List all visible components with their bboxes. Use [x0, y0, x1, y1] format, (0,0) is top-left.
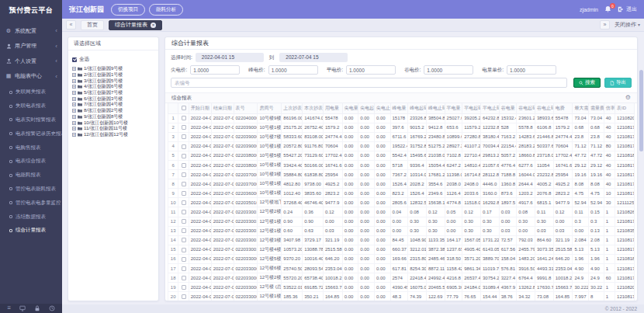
row-checkbox[interactable]: [182, 285, 186, 290]
expand-icon[interactable]: +: [72, 127, 76, 130]
table-cell: 0.00: [358, 254, 375, 263]
monitor-icon[interactable]: [19, 305, 26, 311]
tree-node[interactable]: +4/张江创新园6号楼: [72, 84, 154, 90]
tree-node[interactable]: +1/张江创新园9号楼: [72, 66, 154, 72]
expand-icon[interactable]: +: [72, 121, 76, 125]
row-checkbox[interactable]: [182, 191, 186, 196]
switch-project-button[interactable]: 切换项目: [111, 4, 145, 16]
expand-icon[interactable]: +: [72, 97, 76, 101]
sidebar-subitem[interactable]: 失联电表报表: [0, 99, 62, 113]
table-cell: 1: [604, 292, 615, 301]
tree-node[interactable]: +9/张江创新园8号楼: [72, 114, 154, 120]
tree-node[interactable]: +10/张江创新园10号楼: [72, 120, 154, 126]
table-cell: 1526.4: [408, 189, 427, 198]
sidebar-subitem[interactable]: 电购售报表: [0, 141, 62, 155]
date-from-input[interactable]: 2022-04-01 15: [196, 53, 264, 62]
row-checkbox[interactable]: [182, 248, 186, 252]
tab-home[interactable]: 首页: [81, 20, 104, 30]
price-input[interactable]: [190, 65, 240, 75]
sidebar-subitem[interactable]: 电表报警记录历史报表: [0, 127, 62, 141]
select-all-checkbox[interactable]: [72, 57, 77, 62]
chevron-down-icon: ▾: [638, 23, 640, 27]
sidebar-subitem[interactable]: 综合计量报表: [0, 224, 62, 238]
sidebar-item-1[interactable]: 用户管理‹: [0, 39, 62, 54]
row-checkbox[interactable]: [182, 210, 186, 214]
expand-icon[interactable]: +: [72, 91, 76, 95]
expand-icon[interactable]: +: [72, 133, 76, 137]
sidebar-subitem[interactable]: 冻结数据报表: [0, 210, 62, 224]
price-input[interactable]: [346, 65, 396, 75]
table-cell: 1897.5: [499, 198, 517, 207]
column-header: 谷电止码: [535, 103, 554, 113]
vertical-scrollbar[interactable]: [639, 70, 643, 151]
row-checkbox[interactable]: [182, 228, 186, 233]
clock-icon[interactable]: [49, 305, 55, 311]
tree-node[interactable]: +2/张江创新园1号楼: [72, 72, 154, 78]
table-cell: 2.084: [573, 235, 589, 245]
column-header: 表号: [234, 103, 258, 113]
row-checkbox[interactable]: [182, 134, 186, 139]
tree-node[interactable]: +8/张江创新园2号楼: [72, 108, 154, 114]
row-checkbox[interactable]: [182, 257, 186, 262]
tabs-scroll-left-button[interactable]: «: [66, 20, 76, 30]
sidebar-item-0[interactable]: ⚙系统配置‹: [0, 23, 62, 39]
hamburger-icon[interactable]: ≡: [7, 305, 11, 311]
tree-node-label: 7/张江创新园4号楼: [84, 102, 123, 108]
expand-icon[interactable]: +: [72, 115, 76, 119]
search-button[interactable]: 搜索: [573, 78, 601, 88]
row-checkbox[interactable]: [182, 144, 186, 149]
row-checkbox[interactable]: [182, 294, 186, 299]
tree-node-label: 11/张江创新园11号楼: [84, 126, 127, 132]
price-input[interactable]: [507, 65, 556, 75]
expand-icon[interactable]: +: [72, 73, 76, 77]
meter-number-input[interactable]: [171, 78, 567, 88]
row-checkbox[interactable]: [182, 276, 186, 280]
tabs-scroll-right-button[interactable]: »: [600, 20, 610, 30]
sidebar-item-2[interactable]: 个人设置‹: [0, 54, 62, 69]
gear-icon[interactable]: ⚙: [625, 95, 631, 101]
sidebar-item-3[interactable]: ▦电能表中心‹: [0, 69, 62, 85]
row-checkbox[interactable]: [182, 238, 186, 242]
select-all-row[interactable]: 全选: [72, 56, 154, 63]
sidebar-subitem[interactable]: 管控电表电参量监控: [0, 196, 62, 210]
sidebar-subitem[interactable]: 管控电表能耗报表: [0, 183, 62, 196]
tree-node[interactable]: +3/张江创新园5号楼: [72, 78, 154, 84]
row-checkbox[interactable]: [182, 163, 186, 168]
row-checkbox[interactable]: [182, 125, 186, 130]
lock-icon[interactable]: [34, 305, 40, 311]
column-header: 用电量: [323, 103, 342, 113]
close-tab-icon[interactable]: ×: [151, 23, 156, 28]
row-checkbox[interactable]: [182, 172, 186, 177]
sidebar-subitem[interactable]: 失联网关报表: [0, 85, 62, 99]
price-input[interactable]: [424, 65, 473, 75]
expand-icon[interactable]: +: [72, 67, 76, 71]
tree-node[interactable]: +6/张江创新园3号楼: [72, 96, 154, 102]
price-input[interactable]: [268, 65, 318, 75]
close-operations-dropdown[interactable]: 关闭操作 ▾: [615, 21, 640, 29]
notification-bell-icon[interactable]: 0: [604, 5, 611, 13]
date-to-input[interactable]: 2022-07-04 15: [279, 53, 348, 62]
row-checkbox[interactable]: [182, 182, 186, 186]
tree-node[interactable]: +5/张江创新园7号楼: [72, 90, 154, 96]
export-button[interactable]: 导出: [604, 78, 632, 88]
row-checkbox[interactable]: [182, 266, 186, 271]
row-checkbox[interactable]: [182, 116, 186, 120]
expand-icon[interactable]: +: [72, 79, 76, 83]
expand-icon[interactable]: +: [72, 109, 76, 113]
energy-analysis-button[interactable]: 能耗分析: [149, 4, 183, 16]
row-checkbox[interactable]: [182, 154, 186, 158]
tab-active-report[interactable]: 综合计量报表 ×: [109, 20, 162, 30]
header-checkbox[interactable]: [182, 106, 186, 110]
row-checkbox[interactable]: [182, 219, 186, 224]
tree-node[interactable]: +12/张江创新园12号楼: [72, 132, 154, 138]
expand-icon[interactable]: +: [72, 103, 76, 106]
table-cell: 23601.2: [517, 113, 535, 123]
expand-icon[interactable]: +: [72, 85, 76, 89]
tree-node[interactable]: +11/张江创新园11号楼: [72, 126, 154, 132]
sidebar-subitem[interactable]: 电表实时报警报表: [0, 113, 62, 127]
logout-button[interactable]: 退出: [618, 5, 637, 13]
row-checkbox[interactable]: [182, 200, 186, 205]
sidebar-subitem[interactable]: 电表综合报表: [0, 155, 62, 169]
sidebar-subitem[interactable]: 电能耗报表: [0, 169, 62, 183]
tree-node[interactable]: +7/张江创新园4号楼: [72, 102, 154, 108]
